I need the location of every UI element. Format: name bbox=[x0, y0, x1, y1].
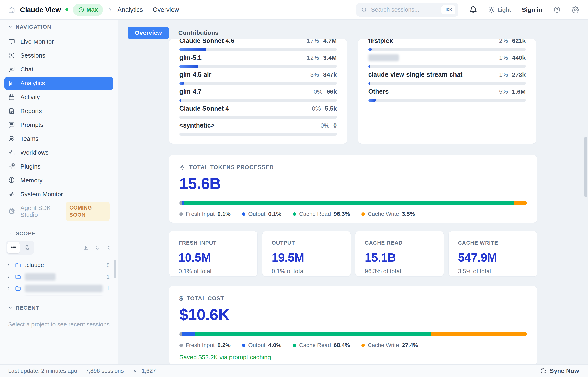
tree-icon bbox=[24, 245, 29, 250]
search-kbd-shortcut: ⌘K bbox=[441, 5, 455, 14]
chevron-down-icon bbox=[8, 231, 13, 236]
collapse-panel-icon[interactable] bbox=[83, 245, 89, 250]
navigation-section-header[interactable]: NAVIGATION bbox=[0, 22, 118, 31]
search-placeholder: Search sessions... bbox=[371, 6, 438, 13]
scope-tree-row[interactable]: .claude 8 bbox=[0, 259, 118, 271]
sidebar-nav-item[interactable]: Memory bbox=[4, 174, 113, 187]
commit-icon bbox=[132, 368, 138, 374]
usage-bar-fill bbox=[179, 65, 198, 68]
scope-tree-row[interactable]: 1 bbox=[0, 294, 118, 296]
search-input[interactable]: Search sessions... ⌘K bbox=[356, 3, 458, 17]
refresh-icon bbox=[540, 368, 547, 374]
usage-value: 5.5k bbox=[325, 105, 337, 112]
sidebar-nav-item[interactable]: System Monitor bbox=[4, 188, 113, 201]
models-usage-card: Claude Sonnet 4.6 17% 4.7M bbox=[169, 39, 347, 144]
usage-value: 1.6M bbox=[512, 88, 526, 95]
bar-segment bbox=[182, 332, 195, 336]
coming-soon-badge: COMING SOON bbox=[66, 202, 110, 221]
legend-dot bbox=[242, 212, 245, 216]
scope-scrollbar-thumb[interactable] bbox=[114, 260, 116, 279]
sidebar-nav-item[interactable]: Teams bbox=[4, 132, 113, 145]
cost-legend: Fresh Input 0.2% Output 4.0% Cache Read bbox=[179, 342, 527, 348]
notifications-bell-icon[interactable] bbox=[469, 6, 477, 14]
usage-bar-track bbox=[179, 48, 337, 51]
card-title: TOTAL COST bbox=[187, 295, 224, 302]
bar-segment bbox=[179, 201, 182, 205]
scope-tree-row[interactable]: 1 bbox=[0, 283, 118, 294]
sidebar-nav-item[interactable]: Analytics bbox=[4, 77, 113, 90]
tab[interactable]: Contributions bbox=[177, 26, 220, 39]
app-title: Claude View bbox=[20, 6, 61, 14]
status-bar: Last update: 2 minutes ago · 7,896 sessi… bbox=[0, 364, 588, 377]
project-usage-row: 1% 440k bbox=[368, 51, 526, 68]
sidebar-nav-item[interactable]: Activity bbox=[4, 91, 113, 104]
session-count-text: 7,896 sessions bbox=[86, 368, 124, 374]
sign-in-button[interactable]: Sign in bbox=[522, 6, 542, 13]
settings-gear-icon[interactable] bbox=[572, 6, 579, 13]
theme-toggle[interactable]: Light bbox=[488, 6, 511, 13]
folder-icon bbox=[15, 274, 21, 280]
recent-section-header[interactable]: RECENT bbox=[0, 303, 118, 313]
token-stat-cards: FRESH INPUT 10.5M 0.1% of total OUTPUT 1… bbox=[169, 231, 537, 277]
redacted-project-name bbox=[25, 273, 56, 281]
project-usage-row: firstpick 2% 621k bbox=[368, 39, 526, 51]
home-icon[interactable] bbox=[8, 6, 15, 14]
sidebar-nav-item[interactable]: Reports bbox=[4, 105, 113, 118]
plan-badge: Max bbox=[73, 4, 103, 16]
usage-value: 0 bbox=[333, 122, 337, 129]
tab[interactable]: Overview bbox=[128, 26, 169, 39]
usage-bar-fill bbox=[368, 48, 372, 51]
usage-value: 440k bbox=[512, 54, 526, 62]
project-session-count: 8 bbox=[106, 262, 110, 269]
usage-percent: 0% bbox=[314, 88, 322, 95]
list-view-button[interactable] bbox=[7, 242, 20, 253]
redacted-project-name bbox=[368, 54, 399, 61]
sidebar-nav-item[interactable]: Prompts bbox=[4, 118, 113, 131]
bar-segment bbox=[514, 201, 527, 205]
main-scrollbar-thumb[interactable] bbox=[584, 137, 587, 197]
model-usage-row: <synthetic> 0% 0 bbox=[179, 119, 337, 136]
tab-bar: Overview Contributions bbox=[128, 26, 588, 39]
chevron-right-icon bbox=[6, 286, 11, 291]
teams-icon bbox=[8, 135, 15, 142]
app-header: Claude View Max Analytics — Overview Sea… bbox=[0, 0, 588, 20]
scope-tree: .claude 8 1 1 bbox=[0, 259, 118, 296]
total-cost-card: $ TOTAL COST $10.6K Fresh Input 0.2% bbox=[169, 286, 537, 364]
monitor-icon bbox=[8, 38, 15, 45]
folder-icon bbox=[15, 285, 21, 292]
tree-view-button[interactable] bbox=[20, 242, 33, 253]
usage-bar-fill bbox=[179, 48, 206, 51]
expand-all-icon[interactable] bbox=[95, 245, 100, 250]
workflow-icon bbox=[8, 149, 15, 156]
project-usage-row: Others 5% 1.6M bbox=[368, 85, 526, 102]
sidebar-nav-item[interactable]: Live Monitor bbox=[4, 35, 113, 48]
project-session-count: 1 bbox=[106, 285, 110, 292]
usage-value: 273k bbox=[512, 71, 526, 79]
main-content: Overview Contributions Claude Sonnet 4.6 bbox=[118, 20, 588, 364]
scope-section-header[interactable]: SCOPE bbox=[0, 229, 118, 238]
sync-now-button[interactable]: Sync Now bbox=[540, 367, 579, 374]
legend-item: Output 0.1% bbox=[242, 211, 281, 217]
recent-empty-message: Select a project to see recent sessions bbox=[0, 321, 118, 328]
scope-tree-row[interactable]: 1 bbox=[0, 271, 118, 283]
analytics-icon bbox=[8, 80, 15, 87]
sidebar-nav-item[interactable]: Chat bbox=[4, 63, 113, 76]
sidebar-nav-item[interactable]: Sessions bbox=[4, 49, 113, 62]
sidebar-nav-item[interactable]: Plugins bbox=[4, 160, 113, 173]
branch-count-text: 1,627 bbox=[142, 368, 156, 374]
bar-segment bbox=[184, 201, 514, 205]
collapse-all-icon[interactable] bbox=[106, 245, 112, 250]
usage-bar-track bbox=[179, 65, 337, 68]
sidebar-nav-item[interactable]: Agent SDK Studio COMING SOON bbox=[4, 201, 113, 221]
usage-bar-track bbox=[179, 133, 337, 136]
usage-bar-track bbox=[179, 99, 337, 102]
help-icon[interactable] bbox=[553, 6, 561, 13]
total-tokens-card: TOTAL TOKENS PROCESSED 15.6B Fresh Input… bbox=[169, 155, 537, 223]
redacted-project-name bbox=[25, 285, 103, 292]
breadcrumb: Analytics — Overview bbox=[117, 6, 179, 13]
usage-value: 847k bbox=[323, 71, 337, 79]
sidebar-nav-item[interactable]: Workflows bbox=[4, 146, 113, 159]
bar-segment bbox=[195, 332, 431, 336]
usage-bar-track bbox=[368, 82, 526, 85]
usage-percent: 3% bbox=[310, 71, 319, 79]
